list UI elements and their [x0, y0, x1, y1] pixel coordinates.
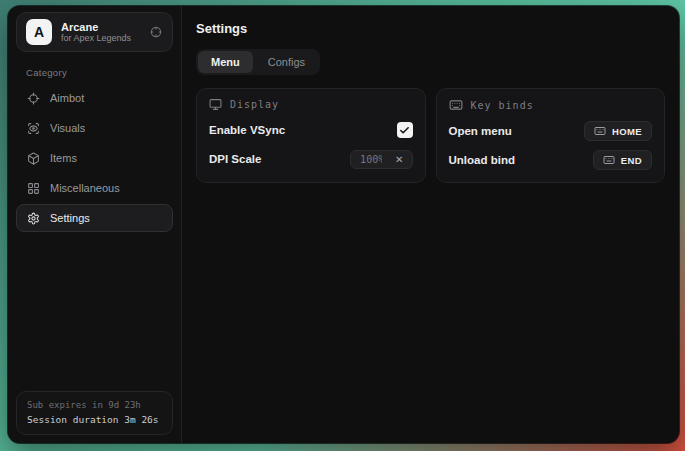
- display-card: Display Enable VSync DPI Scale ✕: [196, 88, 426, 183]
- brand-subtitle: for Apex Legends: [61, 33, 140, 43]
- sidebar-nav: Aimbot Visuals: [16, 84, 173, 232]
- vsync-checkbox[interactable]: [397, 122, 413, 138]
- unload-bind-label: Unload bind: [449, 154, 515, 166]
- grid-icon: [27, 182, 40, 195]
- setting-row-open-menu: Open menu HOME: [449, 121, 653, 141]
- keybinds-card-header: Key binds: [449, 98, 653, 112]
- sidebar-item-label: Items: [50, 152, 77, 164]
- setting-row-vsync: Enable VSync: [209, 120, 413, 140]
- session-duration-text: Session duration 3m 26s: [27, 413, 162, 427]
- open-menu-key: HOME: [612, 126, 642, 137]
- sidebar-item-label: Miscellaneous: [50, 182, 120, 194]
- brand-card: A Arcane for Apex Legends: [16, 12, 173, 52]
- display-card-header: Display: [209, 98, 413, 111]
- gear-icon: [27, 212, 40, 225]
- sidebar-item-aimbot[interactable]: Aimbot: [16, 84, 173, 112]
- sidebar-item-label: Visuals: [50, 122, 85, 134]
- settings-tabbar: Menu Configs: [196, 49, 320, 75]
- dpi-scale-control: ✕: [350, 150, 412, 169]
- brand-title: Arcane: [61, 21, 140, 34]
- keybinds-card-title: Key binds: [471, 100, 534, 111]
- tab-configs[interactable]: Configs: [255, 51, 318, 73]
- brand-logo: A: [26, 19, 52, 45]
- keyboard-icon: [449, 98, 463, 112]
- subscription-info-card: Sub expires in 9d 23h Session duration 3…: [16, 391, 173, 435]
- sidebar-item-label: Settings: [50, 212, 90, 224]
- open-menu-keybind[interactable]: HOME: [584, 121, 652, 141]
- brand-text: Arcane for Apex Legends: [61, 21, 140, 44]
- dpi-scale-label: DPI Scale: [209, 153, 261, 165]
- dpi-clear-button[interactable]: ✕: [391, 151, 411, 168]
- unload-bind-keybind[interactable]: END: [593, 150, 652, 170]
- open-menu-label: Open menu: [449, 125, 512, 137]
- monitor-icon: [209, 98, 222, 111]
- sidebar-item-miscellaneous[interactable]: Miscellaneous: [16, 174, 173, 202]
- sidebar: A Arcane for Apex Legends Category Aimbo…: [8, 6, 182, 443]
- main-content: Settings Menu Configs Display Enable VSy…: [182, 6, 679, 443]
- vsync-label: Enable VSync: [209, 124, 285, 136]
- dpi-scale-input[interactable]: [351, 154, 391, 165]
- package-icon: [27, 152, 40, 165]
- setting-row-unload-bind: Unload bind END: [449, 150, 653, 170]
- keyboard-icon: [594, 125, 606, 137]
- sidebar-item-visuals[interactable]: Visuals: [16, 114, 173, 142]
- display-card-title: Display: [230, 99, 279, 110]
- tab-menu[interactable]: Menu: [198, 51, 253, 73]
- crosshair-icon[interactable]: [149, 25, 163, 39]
- sidebar-item-settings[interactable]: Settings: [16, 204, 173, 232]
- app-window: A Arcane for Apex Legends Category Aimbo…: [8, 6, 679, 443]
- crosshair-icon: [27, 92, 40, 105]
- keyboard-icon: [603, 154, 615, 166]
- keybinds-card: Key binds Open menu HOME Unload bind: [436, 88, 666, 183]
- sub-expires-text: Sub expires in 9d 23h: [27, 399, 162, 413]
- sidebar-item-label: Aimbot: [50, 92, 84, 104]
- settings-cards: Display Enable VSync DPI Scale ✕: [196, 88, 665, 183]
- category-label: Category: [26, 67, 173, 78]
- page-title: Settings: [196, 21, 665, 36]
- scan-eye-icon: [27, 122, 40, 135]
- unload-bind-key: END: [621, 155, 642, 166]
- setting-row-dpi: DPI Scale ✕: [209, 149, 413, 169]
- sidebar-item-items[interactable]: Items: [16, 144, 173, 172]
